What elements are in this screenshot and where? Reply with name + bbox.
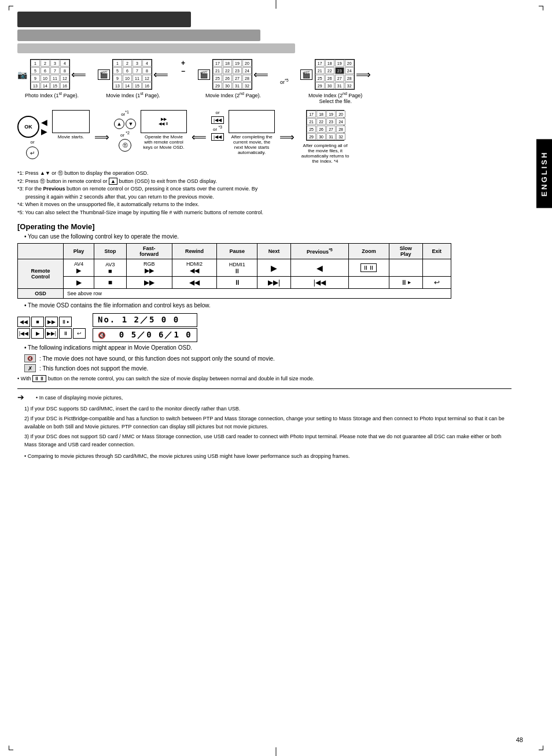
up-arrow-btn: ▲ (114, 119, 124, 129)
final-section: 17181920 21222324 25262728 29303132 Afte… (299, 110, 351, 164)
osd-zoom (348, 277, 389, 289)
ok-section: OK ◀ ▶ or ↵ (17, 116, 47, 159)
prev-btn-indicator-2: |◀◀ (211, 133, 224, 141)
rc-rgb: RGB▶▶ (126, 259, 172, 277)
rc-sub-av4: AV4▶ (64, 259, 94, 277)
osd-exit: ↩ (422, 277, 451, 289)
index-diagrams-row: 📷 1234 5678 9101112 13141516 ⟸ Photo Ind… (17, 59, 511, 104)
ok-button: OK (17, 116, 39, 138)
arrow-right-icon: ⟹ (356, 68, 371, 81)
or-section: or |◀◀ or *3 |◀◀ (211, 110, 224, 141)
movie-index-1st-label: Movie Index (1st Page). (98, 91, 168, 98)
final-index-grid: 17181920 21222324 25262728 29303132 (306, 110, 344, 141)
col-rewind: Rewind (172, 244, 216, 259)
control-table: Play Stop Fast-forward Rewind Pause Next… (17, 243, 451, 299)
rc-hdmi1: HDMI1⏸ (217, 259, 257, 277)
osd-previous: |◀◀ (290, 277, 348, 289)
osd-display-line2: 🔇 0 5／0 6／1 0 (93, 328, 197, 342)
col-header-empty (18, 244, 64, 259)
osd-display-block: No. 1 2／5 0 0 🔇 0 5／0 6／1 0 (93, 313, 197, 342)
indication-sound: 🔇 : The movie does not have sound, or th… (24, 354, 511, 362)
arrow-left-icon-2: ⟸ (153, 68, 168, 81)
osd-btn-prev: |◀◀ (17, 328, 30, 339)
footnote-1: *1: Press ▲▼ or ⑪ button to display the … (17, 170, 511, 178)
rc-sub-av3: AV3■ (94, 259, 127, 277)
osd-play: ▶ (64, 277, 94, 289)
osd-next: ▶▶| (257, 277, 291, 289)
or3-label: or *3 (213, 125, 222, 132)
rc-next: ▶ (257, 259, 291, 277)
osd-bar: ◀◀ ■ ▶▶ ⏸▶ |◀◀ ▶ ▶▶| ⏸ ↩ No. 1 2／5 0 0 🔇… (17, 313, 511, 342)
operating-section-title: [Operating the Movie] (17, 222, 511, 231)
movie-index-select-label: Movie Index (2nd Page)Select the file. (300, 91, 371, 104)
plus-minus-indicator: + − (181, 59, 185, 75)
col-pause: Pause (217, 244, 257, 259)
col-ff: Fast-forward (126, 244, 172, 259)
operating-bullet: • You can use the following control key … (24, 233, 511, 240)
note-header: ➔ • In case of displaying movie pictures… (17, 392, 511, 403)
after-current-box (229, 110, 275, 133)
movie-icon-3: 🎬 (300, 69, 312, 80)
rc-slow (389, 259, 422, 277)
func-button-1: ⑪ (119, 139, 131, 152)
osd-btn-slowplay: ⏸▶ (59, 317, 72, 327)
after-current-item: After completing thecurrent movie, thene… (229, 110, 275, 155)
note-last: • Comparing to movie pictures through SD… (24, 452, 511, 460)
after-all-label: After completing all of the movie files,… (299, 143, 351, 164)
page-number: 48 (516, 736, 523, 743)
osd-pause: ⏸ (217, 277, 257, 289)
flow-arrow-2: ⟸ (192, 131, 207, 144)
movie-starts-box (52, 110, 90, 133)
movie-index-1st-diagram: 🎬 1234 5678 9101112 13141516 ⟸ Movie Ind… (98, 59, 168, 98)
movie-icon-2: 🎬 (198, 69, 210, 80)
osd-btn-exit: ↩ (73, 328, 86, 339)
operate-item: ▶▶◀◀ ⏸ Operate the Moviewith remote cont… (141, 110, 187, 150)
osd-line-1: ◀◀ ■ ▶▶ ⏸▶ (17, 317, 86, 327)
footnote-2: *2: Press ⑪ button in remote control or … (17, 178, 511, 186)
osd-btn-next: ▶▶| (45, 328, 58, 339)
header-block-2 (17, 30, 260, 41)
flow-arrow-1: ⟹ (94, 131, 109, 144)
rc-zoom: ⏸⏸ (348, 259, 389, 277)
footnote-4: *4: When it moves on the unsupported fil… (17, 201, 511, 209)
rc-exit (422, 259, 451, 277)
controls-section: or*1 ▲ ▼ or *2 ⑪ (114, 110, 136, 152)
footnote-3: *3: For the Previous button on remote co… (17, 185, 511, 193)
rc-previous: ◀ (290, 259, 348, 277)
osd-row-note: See above row (64, 289, 451, 299)
osd-bullet: • The movie OSD contains the file inform… (24, 302, 511, 309)
osd-btn-stop: ■ (31, 317, 44, 327)
col-slow: SlowPlay (389, 244, 422, 259)
movie-index-select-grid: 17181920 21222324 25262728 29303132 (315, 59, 355, 90)
col-exit: Exit (422, 244, 451, 259)
indication-unsupported: ✗ : This function does not support the m… (24, 364, 511, 372)
note-arrow-icon: ➔ (17, 392, 24, 402)
or-label-1: or (30, 140, 34, 145)
down-arrow-btn: ▼ (126, 119, 136, 129)
footnote-3-cont: pressing it again within 2 seconds after… (17, 193, 511, 201)
osd-slow: ⏸▶ (389, 277, 422, 289)
rc-hdmi2: HDMI2◀◀ (172, 259, 216, 277)
movie-icon-1: 🎬 (98, 69, 110, 80)
photo-index-diagram: 📷 1234 5678 9101112 13141516 ⟸ Photo Ind… (17, 59, 86, 98)
col-previous: Previous*5 (290, 244, 348, 259)
note-item-1: 1) If your DSC supports SD card/MMC, ins… (24, 405, 511, 413)
arrow-left-icon-3: ⟸ (253, 68, 268, 81)
osd-rewind: ◀◀ (172, 277, 216, 289)
note-item-3: 3) If your DSC does not support SD card … (24, 432, 511, 449)
movie-index-2nd-diagram: 🎬 17181920 21222324 25262728 29303132 ⟸ … (198, 59, 268, 98)
movie-index-select-diagram: 🎬 17181920 21222324 25262728 29303132 ⟹ … (300, 59, 371, 104)
language-tab: ENGLISH (536, 140, 552, 208)
with-btn-note: • With ⏸⏸ button on the remote control, … (17, 376, 511, 381)
movie-index-1st-grid: 1234 5678 9101112 13141516 (112, 59, 152, 90)
indication-sound-text: : The movie does not have sound, or this… (39, 355, 275, 362)
or-label-flow: or (215, 110, 219, 115)
osd-display-line1: No. 1 2／5 0 0 (93, 313, 197, 327)
nav-arrows: ◀ ▶ (41, 118, 47, 136)
osd-row-header: OSD (18, 289, 64, 299)
osd-btn-ff: ▶▶ (45, 317, 58, 327)
movie-index-2nd-label: Movie Index (2nd Page). (198, 91, 268, 98)
flow-arrow-3: ⟹ (279, 131, 295, 144)
sound-icon-box: 🔇 (24, 354, 36, 362)
col-play: Play (64, 244, 94, 259)
